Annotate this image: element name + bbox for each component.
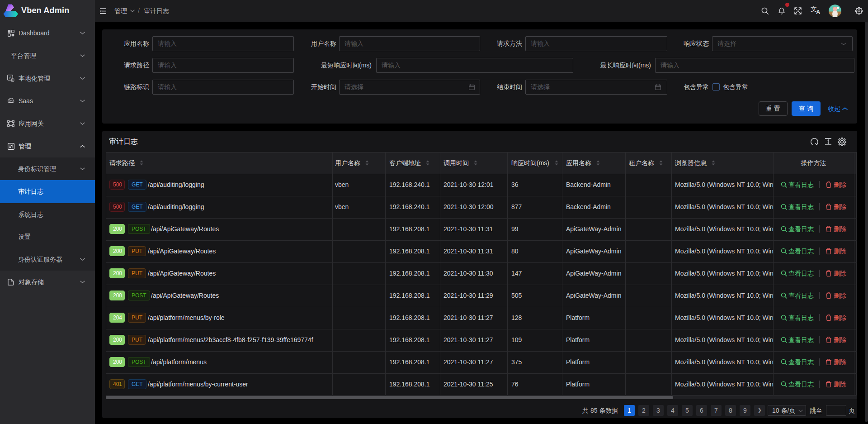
svg-text:A: A bbox=[9, 76, 11, 80]
